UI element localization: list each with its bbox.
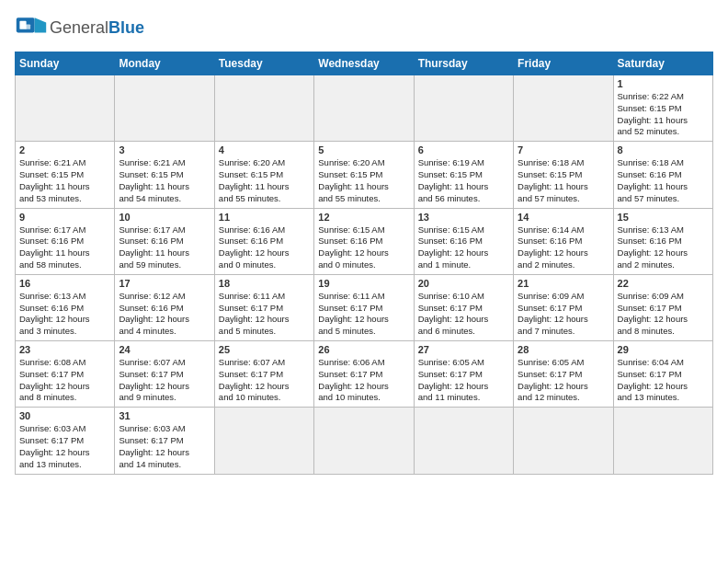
logo-icon — [15, 11, 48, 44]
day-number: 28 — [518, 344, 609, 355]
day-number: 29 — [618, 344, 709, 355]
calendar-day-cell — [214, 408, 313, 474]
day-info: Sunrise: 6:11 AM Sunset: 6:17 PM Dayligh… — [318, 291, 409, 338]
calendar-day-cell: 7Sunrise: 6:18 AM Sunset: 6:15 PM Daylig… — [514, 142, 613, 208]
day-info: Sunrise: 6:21 AM Sunset: 6:15 PM Dayligh… — [119, 157, 210, 204]
calendar-day-cell — [115, 75, 214, 142]
day-info: Sunrise: 6:21 AM Sunset: 6:15 PM Dayligh… — [19, 157, 110, 204]
calendar-day-cell: 26Sunrise: 6:06 AM Sunset: 6:17 PM Dayli… — [314, 341, 414, 408]
calendar-week-row: 2Sunrise: 6:21 AM Sunset: 6:15 PM Daylig… — [16, 142, 713, 208]
day-info: Sunrise: 6:22 AM Sunset: 6:15 PM Dayligh… — [618, 91, 709, 138]
day-number: 17 — [119, 278, 210, 289]
day-info: Sunrise: 6:06 AM Sunset: 6:17 PM Dayligh… — [318, 357, 409, 404]
day-number: 9 — [19, 212, 110, 223]
calendar-day-cell — [514, 75, 613, 142]
day-number: 25 — [219, 344, 310, 355]
day-number: 20 — [418, 278, 509, 289]
calendar-week-row: 16Sunrise: 6:13 AM Sunset: 6:16 PM Dayli… — [16, 274, 713, 340]
day-number: 2 — [19, 144, 110, 155]
calendar-day-cell — [214, 75, 313, 142]
calendar-day-cell: 20Sunrise: 6:10 AM Sunset: 6:17 PM Dayli… — [414, 274, 513, 340]
calendar-day-cell: 17Sunrise: 6:12 AM Sunset: 6:16 PM Dayli… — [115, 274, 214, 340]
calendar-day-cell: 9Sunrise: 6:17 AM Sunset: 6:16 PM Daylig… — [16, 208, 115, 274]
calendar-day-cell: 22Sunrise: 6:09 AM Sunset: 6:17 PM Dayli… — [613, 274, 712, 340]
calendar-week-row: 23Sunrise: 6:08 AM Sunset: 6:17 PM Dayli… — [16, 341, 713, 408]
weekday-header-friday: Friday — [514, 52, 613, 75]
svg-rect-3 — [26, 24, 30, 29]
calendar-day-cell: 19Sunrise: 6:11 AM Sunset: 6:17 PM Dayli… — [314, 274, 414, 340]
day-number: 1 — [618, 78, 709, 89]
day-number: 6 — [418, 144, 509, 155]
weekday-header-monday: Monday — [115, 52, 214, 75]
day-info: Sunrise: 6:07 AM Sunset: 6:17 PM Dayligh… — [219, 357, 310, 404]
day-info: Sunrise: 6:09 AM Sunset: 6:17 PM Dayligh… — [618, 291, 709, 338]
day-info: Sunrise: 6:04 AM Sunset: 6:17 PM Dayligh… — [618, 357, 709, 404]
calendar-day-cell: 2Sunrise: 6:21 AM Sunset: 6:15 PM Daylig… — [16, 142, 115, 208]
svg-marker-2 — [35, 17, 47, 32]
day-info: Sunrise: 6:20 AM Sunset: 6:15 PM Dayligh… — [318, 157, 409, 204]
day-info: Sunrise: 6:03 AM Sunset: 6:17 PM Dayligh… — [119, 423, 210, 470]
day-info: Sunrise: 6:16 AM Sunset: 6:16 PM Dayligh… — [219, 224, 310, 271]
day-number: 22 — [618, 278, 709, 289]
weekday-header-thursday: Thursday — [414, 52, 513, 75]
day-info: Sunrise: 6:15 AM Sunset: 6:16 PM Dayligh… — [418, 224, 509, 271]
day-info: Sunrise: 6:13 AM Sunset: 6:16 PM Dayligh… — [19, 291, 110, 338]
calendar-day-cell: 15Sunrise: 6:13 AM Sunset: 6:16 PM Dayli… — [613, 208, 712, 274]
day-number: 16 — [19, 278, 110, 289]
calendar-day-cell — [514, 408, 613, 474]
calendar-day-cell: 23Sunrise: 6:08 AM Sunset: 6:17 PM Dayli… — [16, 341, 115, 408]
svg-rect-1 — [19, 21, 26, 29]
weekday-header-saturday: Saturday — [613, 52, 712, 75]
day-info: Sunrise: 6:07 AM Sunset: 6:17 PM Dayligh… — [119, 357, 210, 404]
calendar-day-cell: 12Sunrise: 6:15 AM Sunset: 6:16 PM Dayli… — [314, 208, 414, 274]
day-info: Sunrise: 6:13 AM Sunset: 6:16 PM Dayligh… — [618, 224, 709, 271]
header: GeneralBlue — [15, 11, 713, 44]
day-number: 23 — [19, 344, 110, 355]
calendar-day-cell: 1Sunrise: 6:22 AM Sunset: 6:15 PM Daylig… — [613, 75, 712, 142]
calendar-day-cell: 14Sunrise: 6:14 AM Sunset: 6:16 PM Dayli… — [514, 208, 613, 274]
day-info: Sunrise: 6:12 AM Sunset: 6:16 PM Dayligh… — [119, 291, 210, 338]
day-number: 15 — [618, 212, 709, 223]
calendar-week-row: 1Sunrise: 6:22 AM Sunset: 6:15 PM Daylig… — [16, 75, 713, 142]
day-number: 10 — [119, 212, 210, 223]
weekday-header-wednesday: Wednesday — [314, 52, 414, 75]
day-info: Sunrise: 6:18 AM Sunset: 6:15 PM Dayligh… — [518, 157, 609, 204]
calendar-table: SundayMondayTuesdayWednesdayThursdayFrid… — [15, 52, 713, 475]
calendar-day-cell: 8Sunrise: 6:18 AM Sunset: 6:16 PM Daylig… — [613, 142, 712, 208]
day-number: 31 — [119, 410, 210, 421]
day-number: 7 — [518, 144, 609, 155]
calendar-day-cell: 11Sunrise: 6:16 AM Sunset: 6:16 PM Dayli… — [214, 208, 313, 274]
day-info: Sunrise: 6:05 AM Sunset: 6:17 PM Dayligh… — [518, 357, 609, 404]
calendar-day-cell: 28Sunrise: 6:05 AM Sunset: 6:17 PM Dayli… — [514, 341, 613, 408]
calendar-header-row: SundayMondayTuesdayWednesdayThursdayFrid… — [16, 52, 713, 75]
day-number: 3 — [119, 144, 210, 155]
calendar-day-cell — [414, 75, 513, 142]
weekday-header-sunday: Sunday — [16, 52, 115, 75]
day-number: 30 — [19, 410, 110, 421]
weekday-header-tuesday: Tuesday — [214, 52, 313, 75]
calendar-day-cell: 27Sunrise: 6:05 AM Sunset: 6:17 PM Dayli… — [414, 341, 513, 408]
calendar-day-cell: 31Sunrise: 6:03 AM Sunset: 6:17 PM Dayli… — [115, 408, 214, 474]
day-number: 5 — [318, 144, 409, 155]
day-info: Sunrise: 6:10 AM Sunset: 6:17 PM Dayligh… — [418, 291, 509, 338]
day-number: 4 — [219, 144, 310, 155]
logo-text: GeneralBlue — [50, 18, 144, 38]
day-info: Sunrise: 6:11 AM Sunset: 6:17 PM Dayligh… — [219, 291, 310, 338]
calendar-day-cell: 24Sunrise: 6:07 AM Sunset: 6:17 PM Dayli… — [115, 341, 214, 408]
calendar-day-cell: 13Sunrise: 6:15 AM Sunset: 6:16 PM Dayli… — [414, 208, 513, 274]
day-info: Sunrise: 6:15 AM Sunset: 6:16 PM Dayligh… — [318, 224, 409, 271]
calendar-day-cell: 3Sunrise: 6:21 AM Sunset: 6:15 PM Daylig… — [115, 142, 214, 208]
day-number: 8 — [618, 144, 709, 155]
day-info: Sunrise: 6:18 AM Sunset: 6:16 PM Dayligh… — [618, 157, 709, 204]
day-number: 19 — [318, 278, 409, 289]
day-number: 27 — [418, 344, 509, 355]
calendar-day-cell: 21Sunrise: 6:09 AM Sunset: 6:17 PM Dayli… — [514, 274, 613, 340]
calendar-day-cell: 5Sunrise: 6:20 AM Sunset: 6:15 PM Daylig… — [314, 142, 414, 208]
day-number: 24 — [119, 344, 210, 355]
day-info: Sunrise: 6:08 AM Sunset: 6:17 PM Dayligh… — [19, 357, 110, 404]
calendar-day-cell — [314, 75, 414, 142]
calendar-week-row: 30Sunrise: 6:03 AM Sunset: 6:17 PM Dayli… — [16, 408, 713, 474]
page: GeneralBlue SundayMondayTuesdayWednesday… — [0, 0, 728, 563]
day-number: 13 — [418, 212, 509, 223]
day-info: Sunrise: 6:17 AM Sunset: 6:16 PM Dayligh… — [19, 224, 110, 271]
